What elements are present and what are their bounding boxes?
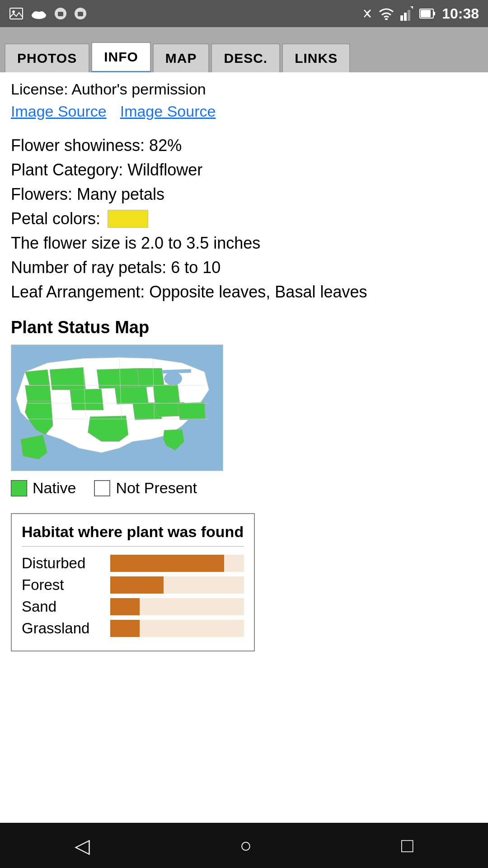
tab-links[interactable]: LINKS — [282, 43, 350, 72]
tab-map[interactable]: MAP — [153, 43, 210, 72]
svg-marker-25 — [137, 368, 164, 388]
status-icons-right: 10:38 — [362, 5, 479, 22]
habitat-bar-fill — [110, 555, 224, 572]
habitat-rows: DisturbedForestSandGrassland — [22, 555, 244, 637]
habitat-bar-fill — [110, 598, 140, 615]
legend-native: Native — [11, 479, 76, 497]
flower-size: The flower size is 2.0 to 3.5 inches — [11, 231, 477, 255]
svg-point-1 — [12, 10, 15, 13]
svg-marker-20 — [25, 385, 51, 401]
habitat-row: Forest — [22, 576, 244, 594]
svg-marker-26 — [115, 387, 148, 404]
wifi-icon — [379, 7, 394, 20]
habitat-bar-background — [110, 598, 244, 615]
svg-marker-22 — [50, 368, 85, 390]
svg-marker-31 — [178, 402, 206, 420]
habitat-table-title: Habitat where plant was found — [22, 523, 244, 547]
habitat-bar-fill — [110, 576, 164, 594]
plant-status-map — [11, 344, 223, 471]
links-row: Image Source Image Source — [11, 102, 477, 121]
habitat-row-label: Forest — [22, 576, 103, 594]
flower-showiness: Flower showiness: 82% — [11, 133, 477, 158]
svg-rect-12 — [408, 10, 410, 21]
native-label: Native — [33, 479, 76, 497]
ray-petals: Number of ray petals: 6 to 10 — [11, 255, 477, 280]
svg-marker-13 — [410, 6, 413, 9]
bluetooth-icon — [362, 6, 372, 21]
habitat-bar-fill — [110, 620, 140, 637]
home-button[interactable]: ○ — [239, 834, 252, 857]
cloud-icon — [31, 8, 47, 19]
habitat-row-label: Sand — [22, 598, 103, 615]
content-area: License: Author's permission Image Sourc… — [0, 72, 488, 673]
svg-marker-27 — [153, 384, 180, 404]
svg-line-33 — [162, 371, 191, 372]
tab-info[interactable]: INFO — [91, 42, 151, 72]
status-icons-left — [9, 7, 87, 20]
svg-rect-6 — [58, 12, 63, 16]
time-display: 10:38 — [442, 5, 479, 22]
svg-point-4 — [38, 11, 45, 17]
petal-colors-line: Petal colors: — [11, 207, 477, 231]
svg-rect-11 — [404, 13, 407, 21]
native-color-box — [11, 480, 27, 496]
svg-point-9 — [385, 18, 388, 20]
habitat-bar-background — [110, 555, 244, 572]
habitat-table: Habitat where plant was found DisturbedF… — [11, 513, 255, 651]
habitat-row: Sand — [22, 598, 244, 615]
tab-bar: PHOTOS INFO MAP DESC. LINKS — [0, 27, 488, 72]
plant-status-map-title: Plant Status Map — [11, 318, 477, 337]
svg-marker-41 — [21, 435, 48, 460]
us-map-svg — [11, 345, 223, 471]
image-icon — [9, 7, 23, 20]
svg-rect-8 — [78, 12, 83, 16]
status-bar: 10:38 — [0, 0, 488, 27]
bottom-nav: ◁ ○ □ — [0, 823, 488, 868]
license-text: License: Author's permission — [11, 80, 477, 98]
habitat-bar-background — [110, 620, 244, 637]
tab-photos[interactable]: PHOTOS — [5, 43, 89, 72]
not-present-label: Not Present — [116, 479, 197, 497]
not-present-color-box — [94, 480, 110, 496]
android-icon — [54, 7, 67, 20]
svg-rect-16 — [421, 10, 431, 17]
svg-marker-23 — [70, 389, 103, 410]
habitat-row-label: Disturbed — [22, 555, 103, 572]
leaf-arrangement: Leaf Arrangement: Opposite leaves, Basal… — [11, 280, 477, 304]
map-legend: Native Not Present — [11, 479, 477, 497]
android2-icon — [74, 7, 87, 20]
plant-info-block: Flower showiness: 82% Plant Category: Wi… — [11, 133, 477, 304]
habitat-row-label: Grassland — [22, 620, 103, 637]
habitat-row: Disturbed — [22, 555, 244, 572]
image-source-link-1[interactable]: Image Source — [11, 103, 107, 120]
recent-button[interactable]: □ — [401, 834, 413, 857]
petal-colors-label: Petal colors: — [11, 207, 100, 231]
svg-rect-0 — [10, 8, 23, 19]
legend-not-present: Not Present — [94, 479, 197, 497]
back-button[interactable]: ◁ — [75, 834, 90, 857]
svg-point-34 — [164, 372, 182, 386]
svg-rect-10 — [400, 15, 403, 21]
image-source-link-2[interactable]: Image Source — [120, 103, 216, 120]
petal-color-swatch — [108, 210, 148, 228]
battery-icon — [419, 7, 436, 20]
svg-marker-19 — [25, 370, 50, 386]
tab-desc[interactable]: DESC. — [211, 43, 280, 72]
plant-category: Plant Category: Wildflower — [11, 158, 477, 182]
habitat-row: Grassland — [22, 620, 244, 637]
signal-icon — [400, 6, 413, 21]
flowers-info: Flowers: Many petals — [11, 182, 477, 207]
habitat-bar-background — [110, 576, 244, 594]
svg-rect-15 — [433, 12, 435, 15]
